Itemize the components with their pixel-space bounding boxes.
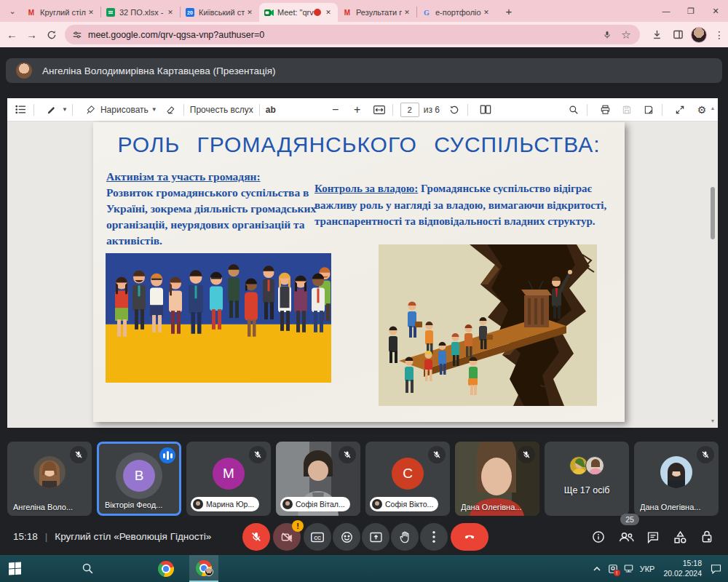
taskbar-chrome-active-button[interactable] xyxy=(189,555,218,582)
site-settings-icon[interactable] xyxy=(72,30,82,40)
end-call-button[interactable] xyxy=(451,523,488,551)
page-number-input[interactable]: 2 xyxy=(400,103,419,117)
fullscreen-icon[interactable] xyxy=(671,101,689,119)
tab-close-icon[interactable]: ✕ xyxy=(323,7,333,17)
highlighter-icon[interactable] xyxy=(82,101,99,119)
tab-title: e-портфоліо - Go xyxy=(435,8,481,17)
participant-tile-sofiia-vital[interactable]: Софія Вітал... xyxy=(276,442,360,516)
tab-kruhlyi-stil[interactable]: M Круглий стіл - d.s ✕ xyxy=(22,3,100,22)
forward-button[interactable]: → xyxy=(24,25,39,44)
taskbar-search-button[interactable] xyxy=(73,555,102,582)
scroll-down-icon[interactable]: ▼ xyxy=(709,418,716,423)
host-controls-button[interactable] xyxy=(698,528,716,546)
url-text[interactable]: meet.google.com/qrv-qgsa-vnp?authuser=0 xyxy=(88,30,595,40)
tab-close-icon[interactable]: ✕ xyxy=(245,7,255,17)
profile-mini-avatar xyxy=(205,567,213,576)
download-icon[interactable] xyxy=(648,26,665,44)
captions-button[interactable]: CC xyxy=(304,523,331,551)
camera-toggle-button[interactable]: ! xyxy=(273,523,301,551)
pdf-settings-gear-icon[interactable]: ⚙ xyxy=(693,101,711,119)
tab-close-icon[interactable]: ✕ xyxy=(481,7,491,17)
print-icon[interactable] xyxy=(596,101,614,119)
name-pill: Софія Вікто... xyxy=(370,497,438,511)
tab-meet-active[interactable]: Meet: "qrv-qg ✕ xyxy=(259,3,338,22)
mic-search-icon[interactable] xyxy=(601,28,614,41)
meeting-details-button[interactable] xyxy=(590,528,607,546)
new-tab-button[interactable]: + xyxy=(500,2,518,20)
pdf-scrollbar[interactable]: ▲ ▼ xyxy=(709,123,716,425)
tab-close-icon[interactable]: ✕ xyxy=(402,7,412,17)
translate-icon[interactable]: ab xyxy=(266,105,276,115)
table-of-contents-icon[interactable] xyxy=(12,101,29,119)
back-button[interactable]: ← xyxy=(4,25,20,44)
mic-toggle-button[interactable] xyxy=(242,523,270,551)
fit-page-icon[interactable] xyxy=(371,101,388,119)
draw-dropdown-icon[interactable]: ▼ xyxy=(151,106,157,113)
start-button[interactable] xyxy=(0,555,29,582)
pen-icon[interactable] xyxy=(43,101,60,119)
eraser-icon[interactable] xyxy=(162,101,179,119)
participant-tile-dana-video[interactable]: Дана Олегівна... xyxy=(455,442,539,516)
close-button[interactable]: ✕ xyxy=(703,0,728,22)
browser-menu-icon[interactable]: ⋮ xyxy=(711,26,728,44)
page-view-icon[interactable] xyxy=(477,101,494,119)
windows-logo-icon xyxy=(9,562,21,575)
zoom-in-icon[interactable]: + xyxy=(349,101,366,119)
taskbar-clock[interactable]: 15:18 20.02.2024 xyxy=(663,559,702,578)
participant-tile-sofiia-vikt[interactable]: С Софія Вікто... xyxy=(365,442,450,516)
pen-dropdown-icon[interactable]: ▼ xyxy=(62,106,68,113)
people-panel-button[interactable] xyxy=(617,528,635,546)
raise-hand-button[interactable] xyxy=(391,523,419,551)
participant-tile-viktoriia[interactable]: В Вікторія Феод... xyxy=(97,442,181,516)
reactions-button[interactable] xyxy=(333,523,360,551)
search-icon[interactable] xyxy=(565,101,582,119)
present-button[interactable] xyxy=(362,523,389,551)
mic-off-icon xyxy=(428,446,446,463)
reload-button[interactable] xyxy=(44,25,59,44)
taskbar-chrome-button[interactable] xyxy=(151,555,181,582)
tab-eportfolio[interactable]: G e-портфоліо - Go ✕ xyxy=(417,3,496,22)
action-center-icon[interactable] xyxy=(708,555,724,582)
mini-avatar xyxy=(585,456,604,475)
participant-tile-anhelina[interactable]: Ангеліна Воло... xyxy=(7,442,92,516)
read-aloud-button[interactable]: Прочесть вслух xyxy=(190,105,253,115)
tray-chevron-icon[interactable] xyxy=(589,555,605,582)
mic-off-icon xyxy=(70,446,87,463)
window-controls: — ❐ ✕ xyxy=(654,0,728,22)
draw-label[interactable]: Нарисовать xyxy=(100,105,149,115)
save-as-icon[interactable] xyxy=(640,101,657,119)
tab-title: Київський столич xyxy=(199,8,245,17)
language-indicator[interactable]: УКР xyxy=(640,565,655,573)
scroll-up-icon[interactable]: ▲ xyxy=(709,105,716,111)
tab-close-icon[interactable]: ✕ xyxy=(165,7,175,17)
participant-tile-overflow[interactable]: Ще 17 осіб xyxy=(545,442,629,516)
mic-off-icon xyxy=(249,446,266,463)
bookmark-star-icon[interactable]: ☆ xyxy=(620,28,633,41)
profile-avatar[interactable] xyxy=(691,27,707,43)
address-bar[interactable]: meet.google.com/qrv-qgsa-vnp?authuser=0 … xyxy=(65,25,640,44)
tab-list-chevron-icon[interactable]: ⌄ xyxy=(4,3,20,19)
tab-close-icon[interactable]: ✕ xyxy=(86,7,96,17)
network-icon[interactable] xyxy=(621,555,637,582)
tab-spreadsheet[interactable]: 32 ПО.xlsx - Goog ✕ xyxy=(101,3,180,22)
side-panel-icon[interactable] xyxy=(669,26,687,44)
tab-search-results[interactable]: M Результати пошук ✕ xyxy=(338,3,416,22)
participant-tile-dana-avatar[interactable]: Дана Олегівна... xyxy=(634,442,719,516)
security-tray-icon[interactable]: ! xyxy=(605,555,621,582)
chat-panel-button[interactable] xyxy=(644,528,662,546)
desktop: ⌄ M Круглий стіл - d.s ✕ 32 ПО.xlsx - Go… xyxy=(0,0,728,582)
participant-tile-maryna[interactable]: М Марина Юр... xyxy=(186,442,271,516)
scroll-thumb[interactable] xyxy=(711,187,715,239)
minimize-button[interactable]: — xyxy=(654,0,678,22)
browser-tabstrip: ⌄ M Круглий стіл - d.s ✕ 32 ПО.xlsx - Go… xyxy=(0,0,728,22)
more-options-button[interactable] xyxy=(420,523,448,551)
rotate-icon[interactable] xyxy=(446,101,463,119)
toolbar-divider xyxy=(183,104,184,116)
zoom-out-icon[interactable]: − xyxy=(327,101,344,119)
slide-image-podium xyxy=(379,244,597,406)
activities-button[interactable] xyxy=(671,528,689,546)
calendar-icon: 20 xyxy=(185,7,195,17)
restore-button[interactable]: ❐ xyxy=(678,0,703,22)
tab-kyivskyi[interactable]: 20 Київський столич ✕ xyxy=(181,3,259,22)
presenter-name: Ангеліна Володимирівна Картавцева (Презе… xyxy=(42,65,276,76)
